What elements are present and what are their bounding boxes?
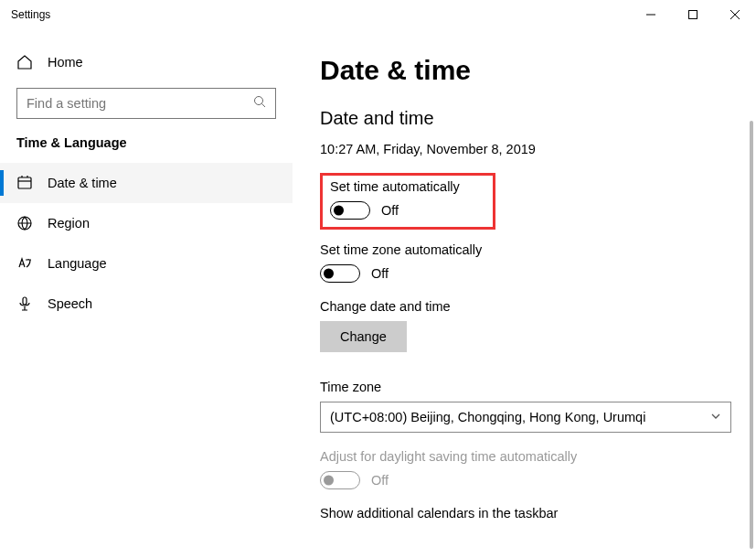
home-label: Home xyxy=(48,55,83,70)
nav-list: Date & time Region Language Speech xyxy=(0,163,293,324)
current-datetime: 10:27 AM, Friday, November 8, 2019 xyxy=(320,142,729,156)
tz-label: Time zone xyxy=(320,380,729,394)
search-icon xyxy=(253,95,266,112)
svg-rect-1 xyxy=(689,11,697,19)
window-title: Settings xyxy=(11,8,630,21)
page-title: Date & time xyxy=(320,55,729,86)
set-tz-auto-state: Off xyxy=(371,266,389,281)
minimize-button[interactable] xyxy=(630,0,672,29)
set-tz-auto-toggle[interactable] xyxy=(320,264,360,283)
home-icon xyxy=(16,54,33,70)
sidebar-item-label: Speech xyxy=(48,296,92,311)
set-tz-auto-label: Set time zone automatically xyxy=(320,242,729,257)
microphone-icon xyxy=(16,295,33,312)
search-input[interactable] xyxy=(16,88,276,119)
content: Date & time Date and time 10:27 AM, Frid… xyxy=(293,29,756,558)
change-button[interactable]: Change xyxy=(320,321,407,352)
svg-rect-11 xyxy=(23,297,27,305)
highlighted-annotation: Set time automatically Off xyxy=(320,173,495,230)
language-icon xyxy=(16,255,33,272)
sidebar-item-language[interactable]: Language xyxy=(0,243,293,284)
sidebar-item-date-time[interactable]: Date & time xyxy=(0,163,293,203)
tz-dropdown[interactable]: (UTC+08:00) Beijing, Chongqing, Hong Kon… xyxy=(320,402,731,433)
sidebar: Home Time & Language Date & time xyxy=(0,29,293,558)
close-button[interactable] xyxy=(714,0,756,29)
section-heading: Date and time xyxy=(320,108,729,129)
svg-point-4 xyxy=(255,97,263,105)
sidebar-item-speech[interactable]: Speech xyxy=(0,284,293,324)
section-title: Time & Language xyxy=(0,135,293,150)
sidebar-item-label: Language xyxy=(48,256,107,271)
home-nav[interactable]: Home xyxy=(0,44,293,80)
sidebar-item-label: Date & time xyxy=(48,176,117,190)
set-time-auto-state: Off xyxy=(381,203,399,218)
svg-rect-6 xyxy=(18,177,31,188)
clock-icon xyxy=(16,175,33,191)
sidebar-item-region[interactable]: Region xyxy=(0,203,293,243)
globe-icon xyxy=(16,215,33,231)
maximize-button[interactable] xyxy=(672,0,714,29)
window-controls xyxy=(630,0,756,29)
set-time-auto-toggle[interactable] xyxy=(330,201,370,220)
set-time-auto-label: Set time automatically xyxy=(330,179,485,194)
title-bar: Settings xyxy=(0,0,756,29)
chevron-down-icon xyxy=(710,410,721,424)
sidebar-item-label: Region xyxy=(48,216,90,231)
svg-line-5 xyxy=(262,104,266,108)
dst-label: Adjust for daylight saving time automati… xyxy=(320,449,729,464)
search-field[interactable] xyxy=(27,96,253,111)
dst-state: Off xyxy=(371,473,389,488)
tz-value: (UTC+08:00) Beijing, Chongqing, Hong Kon… xyxy=(330,410,645,424)
change-dt-label: Change date and time xyxy=(320,299,729,314)
additional-calendars-label: Show additional calendars in the taskbar xyxy=(320,506,729,520)
dst-toggle xyxy=(320,471,360,489)
scrollbar[interactable] xyxy=(750,121,753,549)
